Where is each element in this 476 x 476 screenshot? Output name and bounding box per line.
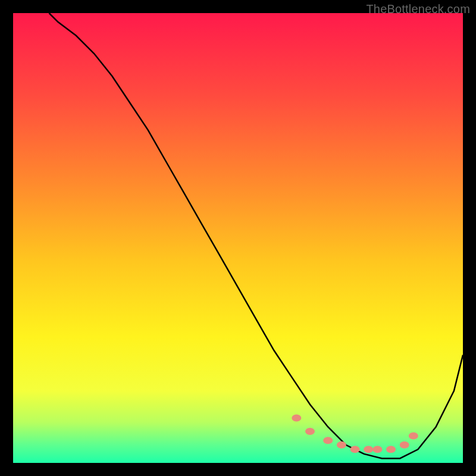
marker-dot [305,428,315,435]
gradient-background [13,13,463,463]
chart-svg [13,13,463,463]
marker-dot [409,433,418,440]
marker-dot [386,446,396,453]
marker-dot [372,446,382,453]
marker-dot [323,437,333,444]
marker-dot [292,414,301,421]
plot-area [13,13,463,463]
chart-stage: TheBottleneck.com [0,0,476,476]
marker-dot [364,446,373,453]
marker-dot [337,441,346,449]
marker-dot [400,441,409,449]
marker-dot [350,446,360,453]
